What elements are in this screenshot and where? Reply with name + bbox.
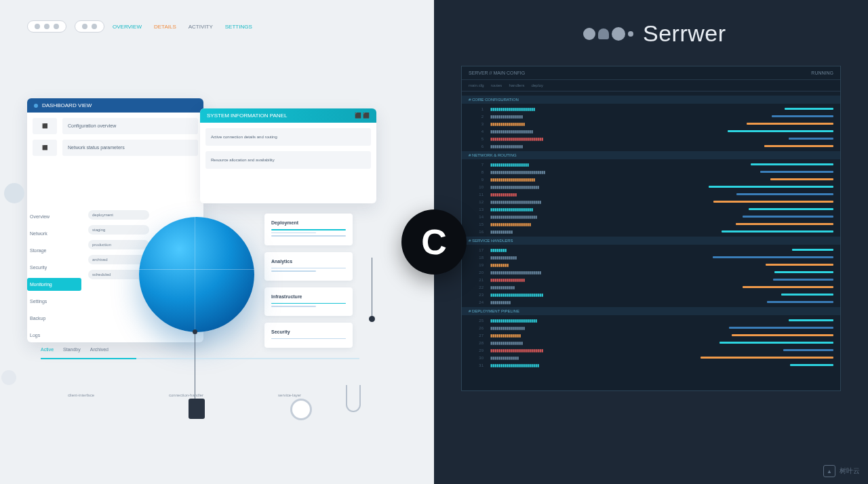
code-tab[interactable]: deploy bbox=[531, 83, 543, 87]
nav-controls[interactable] bbox=[75, 20, 104, 33]
code-line: 31▮▮▮▮▮▮▮▮▮▮▮▮▮▮▮▮▮▮▮▮▮▮▮▮ bbox=[462, 361, 840, 369]
center-badge-letter: C bbox=[421, 222, 447, 262]
sidebar-item[interactable]: Storage bbox=[27, 244, 81, 257]
code-line: 26▮▮▮▮▮▮▮▮▮▮▮▮▮▮▮▮▮ bbox=[462, 324, 840, 331]
code-tab[interactable]: main.cfg bbox=[469, 83, 484, 87]
footer-labels: client-interface connection-handler serv… bbox=[68, 393, 301, 397]
sidebar-item[interactable]: Logs bbox=[27, 329, 81, 342]
foot-label: connection-handler bbox=[169, 393, 203, 397]
code-line: 4▮▮▮▮▮▮▮▮▮▮▮▮▮▮▮▮▮▮▮▮▮ bbox=[462, 127, 840, 135]
detail-card[interactable]: Infrastructure bbox=[264, 287, 353, 316]
code-tab[interactable]: routes bbox=[491, 83, 502, 87]
code-line: 12▮▮▮▮▮▮▮▮▮▮▮▮▮▮▮▮▮▮▮▮▮▮▮▮▮ bbox=[462, 198, 840, 205]
mini-tab[interactable]: OVERVIEW bbox=[113, 24, 142, 30]
sidebar-item-active[interactable]: Monitoring bbox=[27, 278, 81, 291]
tag-chip[interactable]: production bbox=[88, 240, 149, 249]
code-header-left: SERVER // MAIN CONFIG bbox=[469, 70, 525, 75]
watermark-text: 树叶云 bbox=[840, 466, 860, 476]
sidebar-item[interactable]: Backup bbox=[27, 312, 81, 325]
brand-text: Serrwer bbox=[643, 20, 726, 47]
progress-track bbox=[41, 358, 359, 359]
detail-card[interactable]: Security bbox=[264, 323, 353, 348]
overlay-title-bar[interactable]: SYSTEM INFORMATION PANEL⬛ ⬛ bbox=[200, 108, 376, 123]
code-line: 20▮▮▮▮▮▮▮▮▮▮▮▮▮▮▮▮▮▮▮▮▮▮▮▮▮ bbox=[462, 268, 840, 276]
window-controls[interactable] bbox=[27, 20, 66, 33]
sidebar-item[interactable]: Overview bbox=[27, 210, 81, 223]
bottom-tabs: Active Standby Archived bbox=[41, 347, 108, 352]
card-heading: Infrastructure bbox=[271, 294, 346, 299]
nav-icon[interactable]: ⬛ bbox=[33, 118, 57, 134]
bottom-tab[interactable]: Archived bbox=[90, 347, 108, 352]
server-panel: Serrwer SERVER // MAIN CONFIG RUNNING ma… bbox=[434, 0, 868, 484]
code-line: 22▮▮▮▮▮▮▮▮▮▮▮▮ bbox=[462, 283, 840, 291]
code-line: 13▮▮▮▮▮▮▮▮▮▮▮▮▮▮▮▮▮▮▮▮▮ bbox=[462, 205, 840, 213]
top-toolbar: OVERVIEW DETAILS ACTIVITY SETTINGS bbox=[27, 20, 407, 33]
code-body[interactable]: # CORE CONFIGURATION1▮▮▮▮▮▮▮▮▮▮▮▮▮▮▮▮▮▮▮… bbox=[462, 92, 840, 371]
detail-card[interactable]: Analytics bbox=[264, 252, 353, 281]
sidebar-item[interactable]: Settings bbox=[27, 295, 81, 308]
code-tabs: main.cfg routes handlers deploy bbox=[462, 80, 840, 92]
mini-tabs: OVERVIEW DETAILS ACTIVITY SETTINGS bbox=[113, 24, 252, 30]
code-section-header: # CORE CONFIGURATION bbox=[462, 96, 840, 104]
brand-logo-cluster bbox=[583, 27, 633, 41]
overlay-title-text: SYSTEM INFORMATION PANEL bbox=[207, 113, 287, 119]
config-card[interactable]: Network status parameters bbox=[62, 140, 198, 156]
code-line: 8▮▮▮▮▮▮▮▮▮▮▮▮▮▮▮▮▮▮▮▮▮▮▮▮▮▮▮ bbox=[462, 168, 840, 176]
watermark-logo-icon: ▲ bbox=[823, 465, 835, 477]
code-line: 10▮▮▮▮▮▮▮▮▮▮▮▮▮▮▮▮▮▮▮▮▮▮▮▮ bbox=[462, 183, 840, 190]
info-block: Resource allocation and availability bbox=[205, 151, 371, 169]
gadget-icon bbox=[4, 183, 24, 203]
code-line: 21▮▮▮▮▮▮▮▮▮▮▮▮▮▮▮▮▮ bbox=[462, 276, 840, 283]
code-line: 17▮▮▮▮▮▮▮▮ bbox=[462, 246, 840, 254]
code-line: 18▮▮▮▮▮▮▮▮▮▮▮▮▮ bbox=[462, 254, 840, 261]
overlay-info-window: SYSTEM INFORMATION PANEL⬛ ⬛ Active conne… bbox=[200, 108, 376, 203]
center-badge: C bbox=[401, 209, 467, 275]
tag-chip[interactable]: deployment bbox=[88, 210, 149, 220]
card-heading: Security bbox=[271, 329, 346, 334]
code-line: 29▮▮▮▮▮▮▮▮▮▮▮▮▮▮▮▮▮▮▮▮▮▮▮▮▮▮ bbox=[462, 346, 840, 354]
code-line: 19▮▮▮▮▮▮▮▮▮ bbox=[462, 261, 840, 268]
mini-tab[interactable]: DETAILS bbox=[154, 24, 176, 30]
gadget-icon bbox=[1, 370, 16, 385]
bottom-tab[interactable]: Active bbox=[41, 347, 54, 352]
code-line: 28▮▮▮▮▮▮▮▮▮▮▮▮▮▮▮▮ bbox=[462, 339, 840, 346]
code-line: 23▮▮▮▮▮▮▮▮▮▮▮▮▮▮▮▮▮▮▮▮▮▮▮▮▮▮ bbox=[462, 291, 840, 298]
logo-dot-icon bbox=[612, 27, 625, 41]
code-line: 2▮▮▮▮▮▮▮▮▮▮▮▮▮▮▮▮ bbox=[462, 113, 840, 120]
info-block: Active connection details and routing bbox=[205, 128, 371, 146]
window-title: DASHBOARD VIEW bbox=[42, 102, 92, 108]
nav-icon[interactable]: ⬛ bbox=[33, 140, 57, 156]
logo-dot-small-icon bbox=[628, 31, 633, 37]
sidebar-item[interactable]: Network bbox=[27, 227, 81, 240]
code-section-header: # SERVICE HANDLERS bbox=[462, 237, 840, 245]
mini-tab[interactable]: SETTINGS bbox=[225, 24, 252, 30]
logo-dot-icon bbox=[583, 28, 595, 40]
mini-tab[interactable]: ACTIVITY bbox=[189, 24, 213, 30]
window-title-bar[interactable]: DASHBOARD VIEW bbox=[27, 98, 203, 113]
overlay-controls[interactable]: ⬛ ⬛ bbox=[355, 113, 370, 119]
code-line: 24▮▮▮▮▮▮▮▮▮▮ bbox=[462, 298, 840, 306]
detail-card[interactable]: Deployment bbox=[264, 214, 353, 245]
code-line: 30▮▮▮▮▮▮▮▮▮▮▮▮▮▮ bbox=[462, 354, 840, 361]
code-line: 14▮▮▮▮▮▮▮▮▮▮▮▮▮▮▮▮▮▮▮▮▮▮▮ bbox=[462, 213, 840, 220]
brand-row: Serrwer bbox=[583, 20, 841, 47]
code-line: 7▮▮▮▮▮▮▮▮▮▮▮▮▮▮▮▮▮▮▮ bbox=[462, 161, 840, 168]
globe-sphere-icon bbox=[139, 217, 254, 332]
code-line: 15▮▮▮▮▮▮▮▮▮▮▮▮▮▮▮▮▮▮▮▮ bbox=[462, 220, 840, 228]
code-line: 9▮▮▮▮▮▮▮▮▮▮▮▮▮▮▮▮▮▮▮▮▮▮ bbox=[462, 176, 840, 183]
code-line: 3▮▮▮▮▮▮▮▮▮▮▮▮▮▮▮▮▮ bbox=[462, 120, 840, 127]
card-heading: Analytics bbox=[271, 259, 346, 264]
node-connector bbox=[372, 258, 372, 319]
client-panel: OVERVIEW DETAILS ACTIVITY SETTINGS DASHB… bbox=[0, 0, 434, 484]
code-panel-header: SERVER // MAIN CONFIG RUNNING bbox=[462, 66, 840, 80]
tag-chip[interactable]: staging bbox=[88, 225, 149, 235]
config-card[interactable]: Configuration overview bbox=[62, 118, 198, 134]
code-section-header: # NETWORK & ROUTING bbox=[462, 151, 840, 159]
foot-label: client-interface bbox=[68, 393, 94, 397]
code-line: 16▮▮▮▮▮▮▮▮▮▮▮ bbox=[462, 228, 840, 235]
card-heading: Deployment bbox=[271, 220, 346, 225]
bottom-tab[interactable]: Standby bbox=[63, 347, 81, 352]
code-tab[interactable]: handlers bbox=[509, 83, 524, 87]
sidebar-item[interactable]: Security bbox=[27, 261, 81, 274]
watermark: ▲ 树叶云 bbox=[823, 465, 860, 477]
